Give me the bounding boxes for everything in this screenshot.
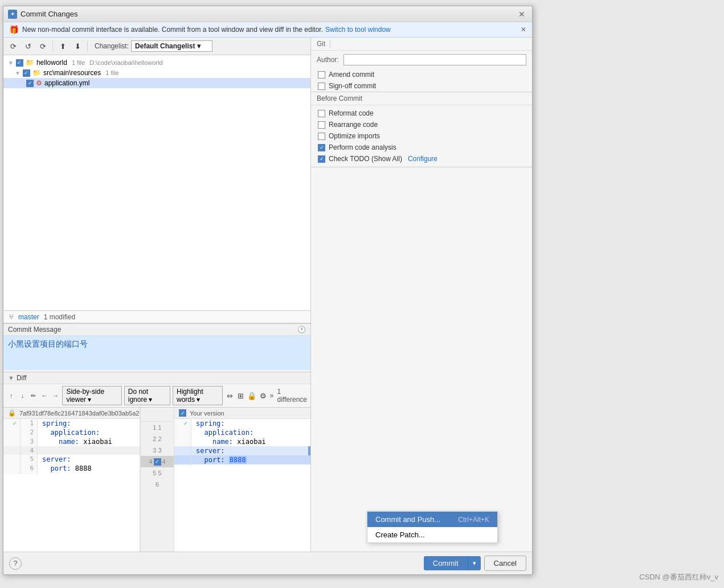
configure-link[interactable]: Configure	[408, 155, 437, 163]
separator	[52, 41, 53, 51]
move-up-button[interactable]: ⬆	[56, 40, 69, 52]
lock-left-icon: 🔒	[8, 409, 16, 417]
tree-item-helloworld[interactable]: ▼ ✓ 📁 helloworld 1 file D:\code\xiaobai\…	[3, 57, 310, 68]
diff-line-right-3: name: xiaobai	[174, 437, 310, 446]
diff-line-right-2: application:	[174, 428, 310, 437]
reformat-checkbox[interactable]	[318, 110, 325, 117]
diff-section: ▼ Diff ↑ ↓ ✏ ← → Side-by-side viewer ▾	[3, 372, 310, 567]
amend-checkbox[interactable]	[318, 71, 325, 79]
side-btn[interactable]: ⊞	[236, 389, 245, 402]
help-button[interactable]: ?	[9, 557, 22, 570]
align-btn[interactable]: ⇔	[225, 389, 234, 402]
right-panel: Git Author: Amend commit Sign-off commit	[311, 38, 532, 567]
diff-center: 1 1 2 2 3 3 4 ✓ 4 5 5 6	[140, 408, 174, 567]
commit-message-header: Commit Message 🕐	[3, 324, 310, 336]
diff-line-left-3: 3 name: xiaobai	[3, 437, 140, 446]
tree-checkbox-yml[interactable]: ✓	[26, 80, 34, 87]
diff-line-left-4: 4	[3, 446, 140, 455]
git-header: Git	[311, 38, 532, 51]
diff-count: »	[270, 392, 274, 400]
info-icon: 🎁	[9, 25, 19, 34]
tree-checkbox-helloworld[interactable]: ✓	[16, 59, 23, 67]
change-marker	[308, 446, 310, 455]
diff-header: ▼ Diff	[3, 372, 310, 384]
commit-dropdown-arrow[interactable]: ▾	[468, 556, 481, 570]
diff-back-btn[interactable]: ←	[40, 389, 48, 402]
diff-count-label: 1 difference	[277, 388, 307, 404]
diff-line-left-2: 2 application:	[3, 428, 140, 437]
diff-center-checkbox-4[interactable]: ✓	[154, 458, 161, 466]
rearrange-checkbox[interactable]	[318, 121, 325, 129]
redo-button[interactable]: ⟳	[36, 40, 49, 52]
file-tree: ▼ ✓ 📁 helloworld 1 file D:\code\xiaobai\…	[3, 55, 310, 310]
tree-checkbox-src[interactable]: ✓	[23, 69, 30, 77]
undo-button[interactable]: ↺	[22, 40, 34, 52]
commit-button[interactable]: Commit	[424, 556, 468, 570]
diff-line-left-7	[3, 473, 140, 474]
rearrange-code-row: Rearrange code	[311, 119, 532, 130]
diff-left-panel: 🔒 7af931df78e8c216471843daf0e3b03ab5a25f…	[3, 408, 140, 567]
cancel-button[interactable]: Cancel	[484, 556, 526, 571]
title-bar: ✦ Commit Changes ✕	[3, 6, 532, 22]
diff-line-right-5: port: 8888	[174, 455, 310, 464]
switch-to-tool-window-link[interactable]: Switch to tool window	[325, 26, 391, 34]
tree-item-application-yml[interactable]: ✓ ⚙ application.yml	[3, 78, 310, 88]
reformat-code-row: Reformat code	[311, 108, 532, 119]
app-icon: ✦	[8, 10, 17, 19]
tree-label-yml: application.yml	[44, 79, 89, 87]
code-analysis-checkbox[interactable]: ✓	[318, 144, 325, 151]
create-patch-item[interactable]: Create Patch...	[367, 527, 497, 542]
changelist-dropdown[interactable]: Default Changelist ▾	[131, 40, 212, 52]
tree-item-src[interactable]: ▼ ✓ 📁 src\main\resources 1 file	[3, 68, 310, 78]
author-input[interactable]	[343, 54, 526, 65]
toolbar: ⟳ ↺ ⟳ ⬆ ⬇ Changelist: Default Changelist…	[3, 38, 310, 55]
amend-commit-row: Amend commit	[311, 69, 532, 80]
commit-popup-menu: Commit and Push... Ctrl+Alt+K Create Pat…	[367, 511, 498, 543]
info-bar-close-button[interactable]: ✕	[521, 26, 526, 34]
watermark: CSDN @番茄西红柿v_v	[639, 572, 718, 582]
before-commit-section: Before Commit Reformat code Rearrange co…	[311, 92, 532, 167]
signoff-checkbox[interactable]	[318, 83, 325, 90]
author-label: Author:	[317, 56, 339, 64]
diff-line-right-4: server:	[174, 446, 310, 455]
diff-up-btn[interactable]: ↑	[7, 389, 15, 402]
diff-fwd-btn[interactable]: →	[51, 389, 60, 402]
clock-icon[interactable]: 🕐	[297, 326, 306, 334]
check-todo-checkbox[interactable]: ✓	[318, 155, 325, 163]
left-panel: ⟳ ↺ ⟳ ⬆ ⬇ Changelist: Default Changelist…	[3, 38, 311, 567]
code-analysis-row: ✓ Perform code analysis	[311, 142, 532, 153]
dialog-title: Commit Changes	[21, 10, 516, 18]
check-todo-row: ✓ Check TODO (Show All) Configure	[311, 153, 532, 165]
info-bar-text: New non-modal commit interface is availa…	[22, 26, 323, 34]
commit-and-push-item[interactable]: Commit and Push... Ctrl+Alt+K	[367, 512, 497, 527]
tree-label-helloworld: helloworld	[36, 59, 67, 67]
separator2	[87, 41, 88, 51]
modified-count: 1 modified	[44, 313, 75, 321]
diff-line-left-6: 6 port: 8888	[3, 464, 140, 473]
move-down-button[interactable]: ⬇	[71, 40, 84, 52]
branch-bar: ⑂ master 1 modified	[3, 310, 310, 323]
git-section: Git Author: Amend commit Sign-off commit	[311, 38, 532, 92]
commit-button-group: Commit ▾	[424, 556, 481, 570]
signoff-commit-row: Sign-off commit	[311, 80, 532, 92]
diff-edit-btn[interactable]: ✏	[29, 389, 38, 402]
diff-down-btn[interactable]: ↓	[18, 389, 26, 402]
diff-right-header: ✓ Your version	[174, 408, 310, 419]
diff-right-panel: ✓ Your version ✓ spring:	[174, 408, 310, 567]
refresh-button[interactable]: ⟳	[7, 40, 19, 52]
commit-message-input[interactable]: 小黑设置项目的端口号	[3, 336, 310, 370]
viewer-dropdown[interactable]: Side-by-side viewer ▾	[62, 386, 121, 405]
action-buttons: Commit ▾ Cancel	[424, 556, 526, 571]
lock-btn[interactable]: 🔒	[247, 389, 256, 402]
diff-line-left-5: 5 server:	[3, 455, 140, 464]
tree-label-src: src\main\resources	[43, 69, 101, 77]
commit-message-section: Commit Message 🕐 小黑设置项目的端口号	[3, 323, 310, 372]
settings-btn[interactable]: ⚙	[259, 389, 267, 402]
diff-line-right-1: ✓ spring:	[174, 419, 310, 428]
branch-name[interactable]: master	[18, 313, 39, 321]
highlight-dropdown[interactable]: Highlight words ▾	[173, 386, 223, 405]
ignore-dropdown[interactable]: Do not ignore ▾	[124, 386, 170, 405]
optimize-checkbox[interactable]	[318, 133, 325, 140]
diff-left-header: 🔒 7af931df78e8c216471843daf0e3b03ab5a25f…	[3, 408, 140, 419]
close-button[interactable]: ✕	[516, 9, 527, 20]
